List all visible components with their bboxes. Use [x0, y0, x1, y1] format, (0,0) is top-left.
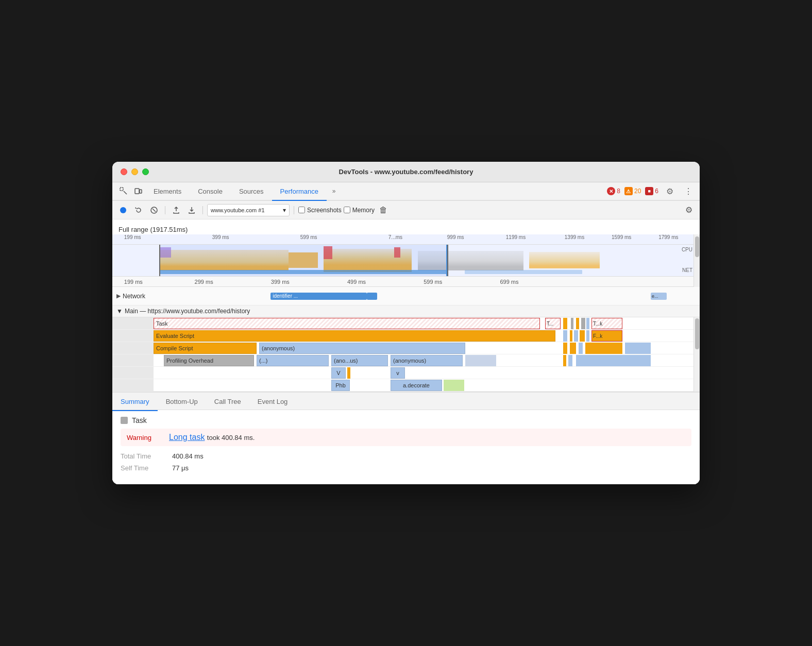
network-bar-3-label: e...: [652, 294, 658, 299]
svg-rect-0: [120, 188, 123, 191]
anon-block[interactable]: (anonymous): [259, 343, 465, 354]
warning-icon: ⚠: [624, 187, 633, 195]
network-bars: identifier ... e...: [164, 291, 698, 301]
tab-bottom-up[interactable]: Bottom-Up: [158, 393, 206, 411]
url-selector[interactable]: www.youtube.com #1 ▾: [207, 204, 290, 216]
anonymous-block-2[interactable]: (anonymous): [391, 355, 463, 366]
screenshots-checkbox-label[interactable]: Screenshots: [298, 207, 342, 214]
more-tabs-button[interactable]: »: [327, 184, 341, 198]
memory-icon[interactable]: 🗑: [377, 203, 390, 217]
adecorate-extra: [444, 380, 464, 391]
phb-block[interactable]: Phb: [331, 380, 350, 391]
traffic-lights: [121, 168, 149, 175]
tab-performance[interactable]: Performance: [272, 182, 327, 201]
timeline-scrollbar[interactable]: [693, 234, 700, 287]
flame-chart-container: Task T... T...k: [112, 317, 700, 392]
reload-record-button[interactable]: [132, 203, 145, 217]
long-task-link[interactable]: Long task: [169, 433, 205, 441]
task-tiny-5: [586, 318, 589, 329]
tab-elements[interactable]: Elements: [145, 182, 190, 201]
divider1: [165, 206, 165, 214]
main-collapse-arrow[interactable]: ▼: [116, 308, 123, 315]
capture-settings-icon[interactable]: ⚙: [682, 203, 696, 217]
flame-row-phb: Phb a.decorate: [112, 379, 693, 392]
warning-badge[interactable]: ⚠ 20: [624, 187, 641, 195]
network-bar-3[interactable]: e...: [651, 293, 667, 300]
total-time-row: Total Time 400.84 ms: [121, 450, 691, 462]
tab-bar: Elements Console Sources Performance » ✕…: [112, 182, 700, 201]
element-picker-icon[interactable]: [116, 184, 131, 198]
timeline-overview-container: 199 ms 399 ms 599 ms 7...ms 999 ms 1199 …: [112, 234, 700, 287]
divider2: [202, 206, 203, 214]
settings-icon[interactable]: ⚙: [663, 184, 677, 198]
evaluate-block[interactable]: Evaluate Script: [154, 330, 555, 342]
compile-block[interactable]: Compile Script: [154, 343, 257, 354]
adecorate-block[interactable]: a.decorate: [391, 380, 442, 391]
v-label-bg: [112, 367, 154, 379]
task-icon: [121, 417, 128, 424]
badge-container: ✕ 8 ⚠ 20 ■ 6 ⚙ ⋮: [607, 184, 696, 198]
main-performance-content: Full range (1917.51ms) 199 ms 399 ms 599…: [112, 219, 700, 484]
task-block[interactable]: Task: [154, 318, 540, 329]
download-button[interactable]: [185, 203, 198, 217]
flame-row-compile: Compile Script (anonymous): [112, 342, 693, 354]
tab-sources[interactable]: Sources: [231, 182, 272, 201]
device-toggle-icon[interactable]: [131, 184, 145, 198]
menu-icon[interactable]: ⋮: [681, 184, 696, 198]
tab-summary[interactable]: Summary: [112, 393, 158, 411]
task-tiny-1: [563, 318, 567, 329]
timeline-chart[interactable]: CPU NET: [112, 245, 700, 277]
cpu-label: CPU: [682, 247, 692, 252]
upload-button[interactable]: [170, 203, 183, 217]
tab-event-log[interactable]: Event Log: [249, 393, 296, 411]
timeline-scrollbar-thumb[interactable]: [695, 236, 699, 257]
compile-block-3[interactable]: [625, 343, 651, 354]
v-block-2[interactable]: v: [391, 367, 405, 379]
action-bar: www.youtube.com #1 ▾ Screenshots Memory …: [112, 201, 700, 219]
network-bar-2[interactable]: [367, 293, 378, 300]
anous-block[interactable]: (ano...us): [331, 355, 388, 366]
memory-checkbox[interactable]: [344, 207, 350, 213]
record-button[interactable]: [116, 203, 130, 217]
error-badge[interactable]: ✕ 8: [607, 187, 620, 195]
main-section-label: Main — https://www.youtube.com/feed/hist…: [125, 308, 250, 315]
network-expand-arrow[interactable]: ▶: [116, 293, 121, 299]
eval-tiny-4: [580, 330, 585, 342]
flame-row-task: Task T... T...k: [112, 317, 693, 330]
flame-scrollbar[interactable]: [693, 317, 700, 392]
flame-scrollbar-thumb[interactable]: [695, 318, 699, 349]
svg-rect-3: [140, 190, 142, 193]
evaluate-block-small[interactable]: F...k: [591, 330, 622, 342]
dropdown-arrow-icon: ▾: [283, 207, 286, 214]
clear-button[interactable]: [147, 203, 161, 217]
net-bar: [159, 270, 447, 274]
maximize-button[interactable]: [142, 168, 149, 175]
total-time-label: Total Time: [121, 452, 162, 460]
info-badge[interactable]: ■ 6: [645, 187, 658, 195]
paren-block[interactable]: (...): [257, 355, 329, 366]
tab-call-tree[interactable]: Call Tree: [206, 393, 249, 411]
v-block-1[interactable]: V: [331, 367, 346, 379]
minimize-button[interactable]: [131, 168, 138, 175]
profiling-block[interactable]: Profiling Overhead: [164, 355, 254, 366]
profiling-extra-2: [576, 355, 651, 366]
full-range-label: Full range (1917.51ms): [112, 224, 700, 234]
close-button[interactable]: [121, 168, 127, 175]
total-time-value: 400.84 ms: [172, 452, 204, 460]
main-section-header: ▼ Main — https://www.youtube.com/feed/hi…: [112, 305, 700, 317]
task-block-small-1[interactable]: T...: [545, 318, 561, 329]
evaluate-block-label: Evaluate Script: [156, 333, 194, 339]
memory-checkbox-label[interactable]: Memory: [344, 207, 375, 214]
devtools-panel: Elements Console Sources Performance » ✕…: [112, 182, 700, 484]
network-bar-1[interactable]: identifier ...: [270, 293, 366, 300]
task-block-small-2[interactable]: T...k: [591, 318, 622, 329]
profiling-tiny-2: [568, 355, 572, 366]
compile-block-label: Compile Script: [156, 345, 193, 351]
info-icon: ■: [645, 187, 653, 195]
tab-console[interactable]: Console: [190, 182, 231, 201]
self-time-value: 77 μs: [172, 464, 189, 472]
screenshots-checkbox[interactable]: [298, 207, 305, 213]
task-tiny-4: [581, 318, 585, 329]
network-bar-1-label: identifier ...: [273, 293, 298, 299]
compile-block-2[interactable]: [585, 343, 622, 354]
